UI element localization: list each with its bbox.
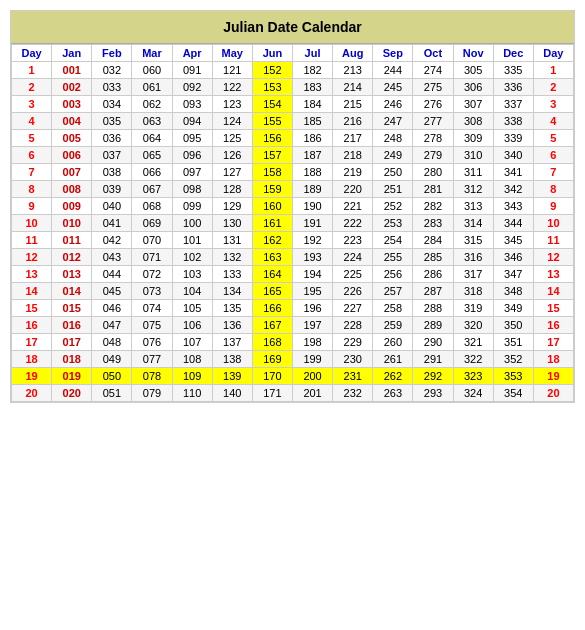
cell-feb-9: 040 — [92, 198, 132, 215]
cell-nov-7: 311 — [453, 164, 493, 181]
cell-day-14: 14 — [12, 283, 52, 300]
header-jul: Jul — [292, 45, 332, 62]
cell-jul-19: 200 — [292, 368, 332, 385]
cell-dec-18: 352 — [493, 351, 533, 368]
cell-feb-5: 036 — [92, 130, 132, 147]
cell-jan-3: 003 — [52, 96, 92, 113]
cell-dec-19: 353 — [493, 368, 533, 385]
cell-nov-20: 324 — [453, 385, 493, 402]
cell-may-13: 133 — [212, 266, 252, 283]
cell-nov-10: 314 — [453, 215, 493, 232]
cell-apr-20: 110 — [172, 385, 212, 402]
cell-oct-9: 282 — [413, 198, 453, 215]
cell-sep-9: 252 — [373, 198, 413, 215]
cell-day-12: 12 — [533, 249, 573, 266]
cell-feb-7: 038 — [92, 164, 132, 181]
table-row: 30030340620931231541842152462763073373 — [12, 96, 574, 113]
cell-day-20: 20 — [12, 385, 52, 402]
cell-jun-11: 162 — [252, 232, 292, 249]
cell-mar-8: 067 — [132, 181, 172, 198]
cell-jul-14: 195 — [292, 283, 332, 300]
cell-jul-12: 193 — [292, 249, 332, 266]
header-day-end: Day — [533, 45, 573, 62]
cell-oct-7: 280 — [413, 164, 453, 181]
cell-apr-13: 103 — [172, 266, 212, 283]
cell-oct-13: 286 — [413, 266, 453, 283]
table-row: 60060370650961261571872182492793103406 — [12, 147, 574, 164]
cell-oct-17: 290 — [413, 334, 453, 351]
cell-apr-2: 092 — [172, 79, 212, 96]
cell-jun-8: 159 — [252, 181, 292, 198]
table-row: 1501504607410513516619622725828831934915 — [12, 300, 574, 317]
cell-nov-9: 313 — [453, 198, 493, 215]
cell-jun-19: 170 — [252, 368, 292, 385]
cell-apr-14: 104 — [172, 283, 212, 300]
cell-mar-10: 069 — [132, 215, 172, 232]
cell-feb-20: 051 — [92, 385, 132, 402]
cell-nov-2: 306 — [453, 79, 493, 96]
header-sep: Sep — [373, 45, 413, 62]
cell-nov-15: 319 — [453, 300, 493, 317]
cell-dec-2: 336 — [493, 79, 533, 96]
cell-may-10: 130 — [212, 215, 252, 232]
cell-may-7: 127 — [212, 164, 252, 181]
cell-mar-2: 061 — [132, 79, 172, 96]
cell-jul-9: 190 — [292, 198, 332, 215]
cell-dec-3: 337 — [493, 96, 533, 113]
cell-aug-9: 221 — [333, 198, 373, 215]
cell-dec-20: 354 — [493, 385, 533, 402]
cell-feb-15: 046 — [92, 300, 132, 317]
cell-oct-14: 287 — [413, 283, 453, 300]
cell-day-10: 10 — [533, 215, 573, 232]
cell-day-3: 3 — [12, 96, 52, 113]
table-row: 20020330610921221531832142452753063362 — [12, 79, 574, 96]
cell-feb-14: 045 — [92, 283, 132, 300]
cell-day-5: 5 — [533, 130, 573, 147]
cell-feb-13: 044 — [92, 266, 132, 283]
table-row: 1301304407210313316419422525628631734713 — [12, 266, 574, 283]
cell-dec-9: 343 — [493, 198, 533, 215]
header-feb: Feb — [92, 45, 132, 62]
cell-day-2: 2 — [12, 79, 52, 96]
cell-nov-6: 310 — [453, 147, 493, 164]
cell-day-12: 12 — [12, 249, 52, 266]
cell-jun-2: 153 — [252, 79, 292, 96]
cell-mar-1: 060 — [132, 62, 172, 79]
cell-may-2: 122 — [212, 79, 252, 96]
cell-apr-11: 101 — [172, 232, 212, 249]
cell-oct-5: 278 — [413, 130, 453, 147]
cell-aug-4: 216 — [333, 113, 373, 130]
cell-jun-10: 161 — [252, 215, 292, 232]
cell-sep-1: 244 — [373, 62, 413, 79]
cell-mar-12: 071 — [132, 249, 172, 266]
cell-day-16: 16 — [533, 317, 573, 334]
cell-sep-8: 251 — [373, 181, 413, 198]
cell-jul-18: 199 — [292, 351, 332, 368]
cell-feb-19: 050 — [92, 368, 132, 385]
cell-jul-10: 191 — [292, 215, 332, 232]
cell-apr-12: 102 — [172, 249, 212, 266]
cell-dec-16: 350 — [493, 317, 533, 334]
cell-sep-4: 247 — [373, 113, 413, 130]
cell-sep-7: 250 — [373, 164, 413, 181]
cell-feb-8: 039 — [92, 181, 132, 198]
cell-jun-14: 165 — [252, 283, 292, 300]
cell-aug-5: 217 — [333, 130, 373, 147]
cell-sep-16: 259 — [373, 317, 413, 334]
cell-may-3: 123 — [212, 96, 252, 113]
cell-mar-14: 073 — [132, 283, 172, 300]
cell-aug-20: 232 — [333, 385, 373, 402]
cell-day-5: 5 — [12, 130, 52, 147]
cell-jul-16: 197 — [292, 317, 332, 334]
cell-oct-12: 285 — [413, 249, 453, 266]
header-oct: Oct — [413, 45, 453, 62]
cell-jan-16: 016 — [52, 317, 92, 334]
cell-nov-18: 322 — [453, 351, 493, 368]
cell-nov-14: 318 — [453, 283, 493, 300]
cell-feb-4: 035 — [92, 113, 132, 130]
cell-nov-1: 305 — [453, 62, 493, 79]
cell-jul-7: 188 — [292, 164, 332, 181]
cell-day-10: 10 — [12, 215, 52, 232]
cell-may-11: 131 — [212, 232, 252, 249]
cell-day-8: 8 — [12, 181, 52, 198]
